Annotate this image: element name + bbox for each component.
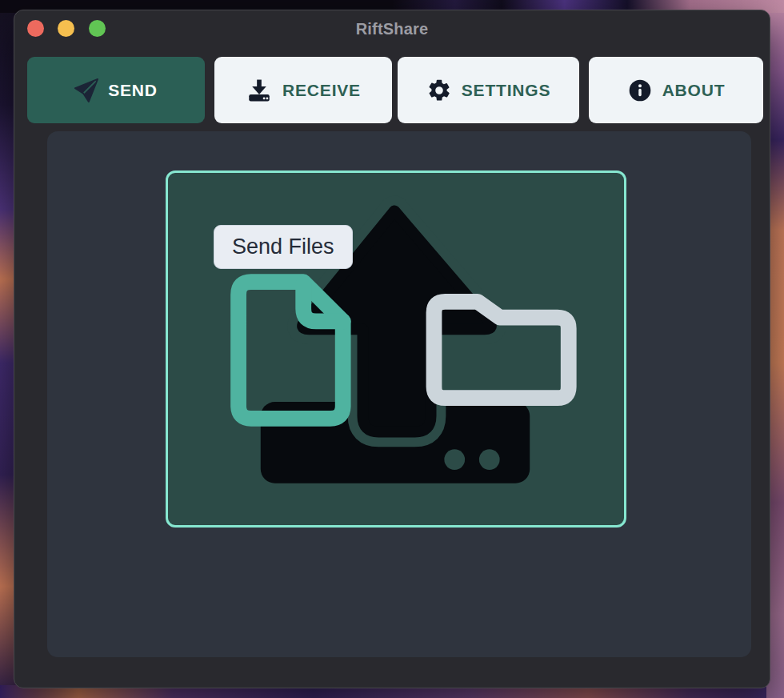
tab-about[interactable]: ABOUT xyxy=(589,57,763,123)
tab-receive-label: RECEIVE xyxy=(282,81,361,100)
paper-plane-icon xyxy=(74,78,98,102)
tab-about-label: ABOUT xyxy=(662,81,726,100)
riftshare-window: RiftShare SEND RECEIVE SETTINGS ABOUT xyxy=(14,10,770,688)
download-tray-icon xyxy=(246,77,273,104)
gear-icon xyxy=(426,78,452,103)
window-title: RiftShare xyxy=(14,20,770,38)
tab-settings-label: SETTINGS xyxy=(462,81,550,100)
send-files-button[interactable]: Send Files xyxy=(214,225,353,269)
tab-receive[interactable]: RECEIVE xyxy=(214,57,392,123)
file-outline-icon xyxy=(238,282,343,419)
tab-send-label: SEND xyxy=(108,81,158,100)
send-dropzone[interactable]: Send Files xyxy=(166,170,626,528)
content-panel: Send Files xyxy=(47,131,751,657)
tab-settings[interactable]: SETTINGS xyxy=(398,57,579,123)
info-circle-icon xyxy=(627,78,653,103)
tab-send[interactable]: SEND xyxy=(27,57,205,123)
titlebar: RiftShare xyxy=(14,10,770,57)
